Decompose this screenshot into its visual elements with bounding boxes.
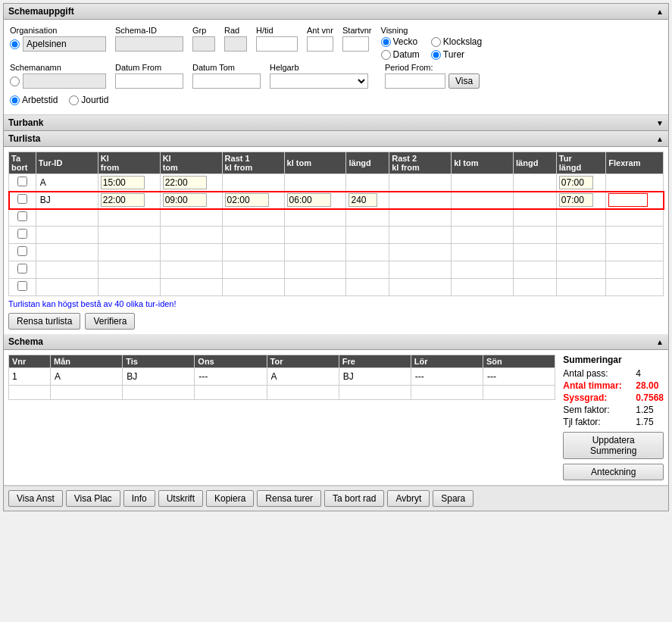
uppdatera-summering-button[interactable]: Uppdatera Summering (563, 432, 664, 459)
rast2-tom-input-4[interactable] (454, 245, 498, 259)
rast2-from-input-6[interactable] (392, 280, 436, 294)
schema-collapse-icon[interactable]: ▲ (656, 338, 664, 346)
rast1-langd-input-1[interactable] (349, 193, 377, 207)
flexram-input-6[interactable] (608, 280, 648, 294)
htid-input[interactable]: 37.00 (256, 36, 298, 52)
klockslag-radio[interactable] (431, 37, 441, 47)
tur-langd-input-0[interactable] (559, 176, 593, 189)
schema-ons-input-1[interactable] (198, 370, 263, 383)
tabort-check-0[interactable] (17, 177, 27, 186)
spara-button[interactable]: Spara (433, 490, 474, 507)
jourtid-radio[interactable] (69, 95, 79, 105)
visa-plac-button[interactable]: Visa Plac (66, 490, 120, 507)
kl-from-input-3[interactable] (101, 228, 145, 242)
rast2-langd-input-1[interactable] (516, 193, 545, 207)
kl-from-input-5[interactable] (101, 263, 145, 277)
utskrift-button[interactable]: Utskrift (158, 490, 203, 507)
rast2-langd-input-4[interactable] (516, 245, 545, 259)
rast1-tom-input-0[interactable] (287, 176, 331, 189)
rast1-tom-input-4[interactable] (287, 245, 331, 259)
rast2-langd-input-6[interactable] (516, 280, 545, 294)
tabort-check-1[interactable] (17, 194, 27, 204)
tabort-check-3[interactable] (17, 229, 27, 239)
info-button[interactable]: Info (123, 490, 155, 507)
schema-tis-input-1[interactable] (126, 370, 191, 383)
rast1-tom-input-6[interactable] (287, 280, 331, 294)
avbryt-button[interactable]: Avbryt (387, 490, 430, 507)
turid-input-6[interactable] (39, 280, 83, 294)
rast1-langd-input-4[interactable] (349, 245, 377, 259)
rast2-langd-input-3[interactable] (516, 228, 545, 242)
turid-input-0[interactable] (39, 176, 83, 189)
rad-input[interactable]: 1 (224, 36, 247, 52)
schema-man-input-1[interactable] (54, 370, 119, 383)
rast2-from-input-0[interactable] (392, 176, 436, 189)
kl-from-input-1[interactable] (101, 193, 145, 207)
rensa-turlista-button[interactable]: Rensa turlista (8, 313, 80, 330)
schemanamn-radio[interactable] (10, 77, 20, 86)
flexram-input-5[interactable] (608, 263, 648, 277)
datum-radio[interactable] (381, 50, 391, 60)
visa-anst-button[interactable]: Visa Anst (8, 490, 63, 507)
rast1-langd-input-3[interactable] (349, 228, 377, 242)
grp-input[interactable]: 1 (192, 36, 215, 52)
kl-tom-input-1[interactable] (163, 193, 207, 207)
turer-radio[interactable] (431, 50, 441, 60)
vecko-radio[interactable] (381, 37, 391, 47)
tur-langd-input-2[interactable] (559, 211, 593, 224)
kl-tom-input-4[interactable] (163, 245, 207, 259)
tur-langd-input-4[interactable] (559, 245, 593, 259)
turid-input-4[interactable] (39, 245, 83, 259)
startvnr-input[interactable]: 1 (342, 36, 369, 52)
rast2-tom-input-3[interactable] (454, 228, 498, 242)
schemauppgift-collapse-icon[interactable]: ▲ (656, 8, 664, 16)
rast1-langd-input-2[interactable] (349, 211, 377, 224)
turid-input-3[interactable] (39, 228, 83, 242)
ant-vnr-input[interactable]: 1 (307, 36, 333, 52)
anteckning-button[interactable]: Anteckning (563, 464, 664, 480)
visa-button[interactable]: Visa (449, 73, 480, 89)
turbank-collapse-icon[interactable]: ▼ (656, 119, 664, 127)
tur-langd-input-6[interactable] (559, 280, 593, 294)
schema-son-input-1[interactable] (486, 370, 552, 383)
datum-tom-input[interactable]: TV (192, 73, 261, 89)
kopiera-button[interactable]: Kopiera (206, 490, 254, 507)
rast2-langd-input-0[interactable] (516, 176, 545, 189)
rensa-turer-button[interactable]: Rensa turer (257, 490, 321, 507)
rast2-from-input-5[interactable] (392, 263, 436, 277)
arbetstid-radio[interactable] (10, 95, 20, 105)
rast2-tom-input-5[interactable] (454, 263, 498, 277)
kl-from-input-6[interactable] (101, 280, 145, 294)
rast2-from-input-2[interactable] (392, 211, 436, 224)
flexram-input-3[interactable] (608, 228, 648, 242)
rast1-from-input-2[interactable] (225, 211, 269, 224)
tur-langd-input-5[interactable] (559, 263, 593, 277)
period-from-input[interactable] (385, 73, 445, 89)
rast1-from-input-0[interactable] (225, 176, 269, 189)
flexram-input-2[interactable] (608, 211, 648, 224)
tabort-check-4[interactable] (17, 246, 27, 256)
schema-lor-input-1[interactable] (414, 370, 480, 383)
schema-fre-input-1[interactable] (342, 370, 408, 383)
kl-from-input-0[interactable] (101, 176, 145, 189)
rast2-tom-input-6[interactable] (454, 280, 498, 294)
rast2-from-input-3[interactable] (392, 228, 436, 242)
kl-from-input-4[interactable] (101, 245, 145, 259)
verifiera-button[interactable]: Verifiera (85, 313, 135, 330)
flexram-input-4[interactable] (608, 245, 648, 259)
rast2-langd-input-5[interactable] (516, 263, 545, 277)
kl-tom-input-2[interactable] (163, 211, 207, 224)
org-radio-selected[interactable] (10, 39, 20, 49)
rast2-tom-input-1[interactable] (454, 193, 498, 207)
ta-bort-rad-button[interactable]: Ta bort rad (324, 490, 384, 507)
turid-input-5[interactable] (39, 263, 83, 277)
rast1-tom-input-3[interactable] (287, 228, 331, 242)
schemanamn-input[interactable] (23, 73, 106, 89)
schema-tor-input-1[interactable] (270, 370, 336, 383)
tabort-check-5[interactable] (17, 264, 27, 273)
tur-langd-input-1[interactable] (559, 193, 593, 207)
flexram-input-0[interactable] (608, 176, 648, 189)
rast1-from-input-6[interactable] (225, 280, 269, 294)
rast2-from-input-1[interactable] (392, 193, 436, 207)
kl-tom-input-3[interactable] (163, 228, 207, 242)
